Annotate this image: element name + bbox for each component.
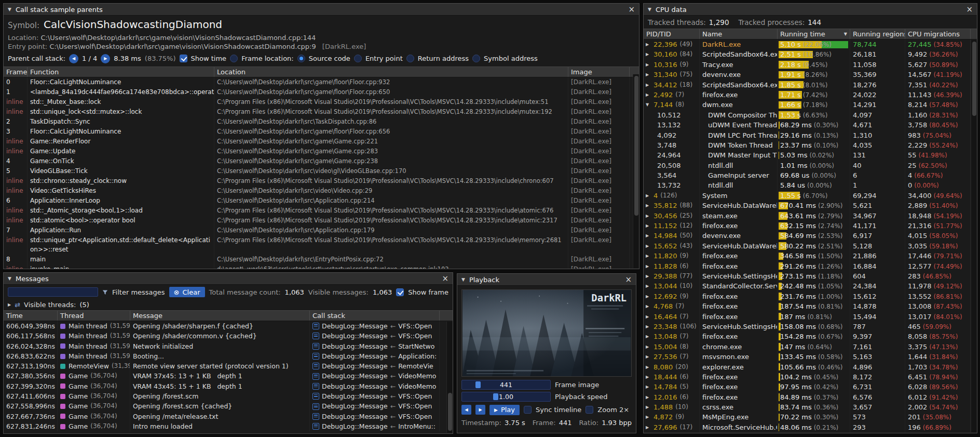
expand-icon[interactable]: ▶ [646,261,651,271]
close-icon[interactable]: × [625,276,632,284]
zoom-2x-checkbox[interactable] [586,406,593,414]
callstack-scrollbar[interactable] [633,74,639,268]
expand-icon[interactable]: ▶ [646,392,651,402]
callstack-cell[interactable]: DebugLog::Message←VFS::Open [310,321,440,331]
callstack-row[interactable]: 3Floor::CalcLightNoLuminanceC:\Users\wol… [4,127,639,137]
slider-grab[interactable] [475,381,481,388]
show-time-checkbox[interactable] [180,55,187,62]
visible-threads-row[interactable]: ▶ ⇄ Visible threads: (5) [4,299,453,310]
expand-icon[interactable]: ▶ [8,302,11,307]
frame-location-radio[interactable] [230,55,238,62]
expand-icon[interactable]: ▶ [646,221,651,231]
expand-icon[interactable]: ▶ [646,241,651,251]
expand-icon[interactable]: ▶ [646,412,651,422]
cpu-row[interactable]: ▶22,396(49)DarkRL.exe5.10 s(22.06%)78,74… [644,39,977,49]
callstack-cell[interactable]: DebugLog::Message←VFS::Open [310,391,440,401]
column-function[interactable]: Function [28,67,214,77]
expand-icon[interactable]: ▶ [646,281,651,291]
expand-icon[interactable]: ▶ [646,312,651,322]
expand-icon[interactable]: ▶ [646,332,651,341]
cpu-row[interactable]: ▶11,828(6)firefox.exe291.26 ms(1.26%)16,… [644,261,977,271]
scrollbar-thumb[interactable] [448,393,452,431]
callstack-row[interactable]: 4Game::OnTickC:\Users\wolf\Desktop\darkr… [4,156,639,166]
callstack-row[interactable]: inlinestd::atomic<bool>::operator boolC:… [4,216,639,226]
play-button[interactable]: ▶ Play [489,405,520,415]
message-row[interactable]: 627,558,996nsGame(36,704)Opening /forest… [4,401,453,411]
cpu-row[interactable]: ▶4(126)System1.55 s(6.70%)69,29434,400(4… [644,191,977,201]
cpu-row[interactable]: ▶23,348(106)ServiceHub.SettingsHost158.0… [644,322,977,332]
collapse-icon[interactable]: ▼ [8,276,11,281]
cpu-row[interactable]: ▶29,388(77)ServiceHub.SettingsHost273.15… [644,271,977,281]
callstack-row[interactable]: 1<lambda_84a19dc444fae966ca174e83e708bdc… [4,87,639,97]
cpu-row[interactable]: ▶27,536(7)msvsmon.exe133.45 ms(0.58%)5,1… [644,352,977,362]
expand-icon[interactable]: ▶ [646,292,651,301]
cpu-row[interactable]: ▶15,652(43)ServiceHub.DataWarehou580.22 … [644,241,977,251]
message-row[interactable]: 606,117,568nsMain thread(31,596)Opening … [4,331,453,341]
cpu-row[interactable]: ▶18,444(6)firefox.exe104.2 ms(0.45%)8,17… [644,372,977,382]
expand-icon[interactable]: ▶ [646,231,651,241]
message-row[interactable]: 627,313,190nsRemoteView(31,392)Remote vi… [4,361,453,371]
callstack-row[interactable]: 7Application::RunC:\Users\wolf\Desktop\d… [4,226,639,235]
column-name[interactable]: Name [700,29,778,39]
callstack-row[interactable]: 6Application::InnerLoopC:\Users\wolf\Des… [4,196,639,206]
close-icon[interactable]: × [966,6,973,14]
column-cpu-migrations[interactable]: CPU migrations [905,29,971,39]
message-row[interactable]: 626,024,328nsMain thread(31,596)Network … [4,341,453,351]
source-code-radio[interactable] [297,55,305,62]
expand-icon[interactable]: ▶ [646,49,651,59]
expand-icon[interactable]: ▶ [646,60,651,70]
cpu-row[interactable]: ▶13,048(7)firefox.exe154.28 ms(0.67%)9,3… [644,332,977,341]
callstack-row[interactable]: inlineGame::RenderFloorC:\Users\wolf\Des… [4,137,639,147]
callstack-row[interactable]: inlineVideo::GetTicksHiResC:\Users\wolf\… [4,186,639,196]
scrollbar-thumb[interactable] [634,76,638,216]
callstack-row[interactable]: inlinestd::_Atomic_storage<bool,1>::load… [4,206,639,216]
callstack-cell[interactable]: DebugLog::Message←RemoteVie [310,361,440,371]
callstack-row[interactable]: inlinestd::chrono::steady_clock::nowC:\P… [4,176,639,186]
message-row[interactable]: 627,667,736nsGame(36,704)Opening /meta/r… [4,412,453,421]
cpu-row[interactable]: ▶8,080(20)explorer.exe105.66 ms(0.46%)4,… [644,362,977,372]
frame-image-slider[interactable]: 441 [461,380,551,390]
cpu-row[interactable]: ▶16,464(7)firefox.exe187 ms(0.81%)15,494… [644,312,977,322]
cpu-titlebar[interactable]: ▼ CPU data × [644,4,977,16]
expand-icon[interactable]: ▶ [646,342,651,352]
message-row[interactable]: 627,380,356nsGame(36,704)VRAM 37x45: 13 … [4,371,453,381]
cpu-row[interactable]: ▶11,820(9)firefox.exe346.58 ms(1.50%)21,… [644,251,977,261]
playback-speed-slider[interactable]: 1.00 [461,392,551,402]
cpu-row[interactable]: ▶2,492(7)firefox.exe1.71 s(7.42%)24,0221… [644,90,977,100]
cpu-row[interactable]: ▶15,004(8)chrome.exe147 ms(0.64%)7,1613,… [644,342,977,352]
expand-icon[interactable]: ▶ [646,382,651,392]
collapse-icon[interactable]: ▼ [8,7,11,12]
column-thread[interactable]: Thread [58,311,130,321]
cpu-row[interactable]: ▶13,044(10)StandardCollector.Servic242.4… [644,281,977,291]
next-frame-button[interactable]: ▶ [475,405,485,415]
expand-icon[interactable]: ▶ [646,362,651,372]
message-row[interactable]: 627,399,320nsGame(36,704)VRAM 43x45: 15 … [4,381,453,391]
scrollbar-thumb[interactable] [972,42,976,116]
callstack-cell[interactable]: DebugLog::Message←Application: [310,351,440,361]
callstack-cell[interactable]: DebugLog::Message←VideoMemo [310,381,440,391]
prev-frame-button[interactable]: ◀ [461,405,471,415]
cpu-row[interactable]: ▶34,412(18)ScriptedSandbox64.exe1.85 s(8… [644,80,977,90]
collapse-icon[interactable]: ▼ [646,100,651,110]
expand-icon[interactable]: ▶ [646,201,651,210]
callstack-cell[interactable]: DebugLog::Message←VideoMemo [310,371,440,381]
cpu-row[interactable]: ▶4,768(7)firefox.exe187.54 ms(0.81%)14,8… [644,301,977,311]
expand-icon[interactable]: ▶ [646,301,651,311]
column-location[interactable]: Location [214,67,568,77]
expand-icon[interactable]: ▶ [646,191,651,201]
callstack-row[interactable]: 2TaskDispatch::SyncC:\Users\wolf\Desktop… [4,117,639,127]
clear-button[interactable]: ⊗ Clear [169,287,205,297]
cpu-row[interactable]: ▶1,488(10)csrss.exe83.74 ms(0.36%)3,6572… [644,402,977,412]
column-callstack[interactable]: Call stack [310,311,440,321]
callstack-row[interactable]: inlineGame::UpdateC:\Users\wolf\Desktop\… [4,147,639,156]
cpu-row[interactable]: ▶10,316(9)Tracy.exe2.18 s(9.45%)11,0585,… [644,60,977,70]
messages-titlebar[interactable]: ▼ Messages × [4,273,453,285]
cpu-row[interactable]: ▶30,456(25)steam.exe643.61 ms(2.79%)34,9… [644,211,977,221]
collapse-icon[interactable]: ▼ [461,277,465,282]
expand-icon[interactable]: ▶ [646,39,651,49]
expand-icon[interactable]: ▶ [646,70,651,80]
expand-icon[interactable]: ▶ [646,211,651,221]
cpu-row[interactable]: ▼7,144(8)dwm.exe1.66 s(7.18%)14,2918,214… [644,100,977,110]
message-row[interactable]: 627,831,246nsGame(36,704)Intro menu load… [4,421,453,431]
expand-icon[interactable]: ▶ [646,271,651,281]
